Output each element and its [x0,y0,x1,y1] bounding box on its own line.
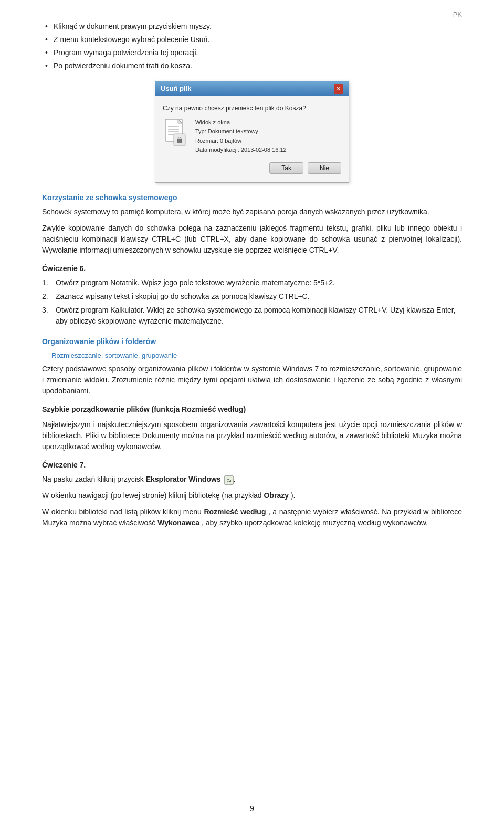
exercise6-step1: 1. Otwórz program Notatnik. Wpisz jego p… [42,277,462,288]
exercise7-step1-bold: Eksplorator Windows [146,475,221,483]
file-name: Widok z okna [195,118,287,128]
explorer-icon: 🗂 [224,475,234,485]
dialog-buttons: Tak Nie [163,162,341,177]
dialog-question: Czy na pewno chcesz przenieść ten plik d… [163,103,341,113]
bullet-item-4: Po potwierdzeniu dokument trafi do kosza… [42,60,462,71]
exercise7-label: Ćwiczenie 7. [42,460,462,471]
exercise7-step3-pre: W okienku biblioteki nad listą plików kl… [42,507,202,516]
organizing-heading: Organizowanie plików i folderów [42,336,462,347]
pk-label: PK [453,9,462,20]
dialog-file-info: 🗑 Widok z okna Typ: Dokument tekstowy Ro… [163,118,341,155]
page-number: 9 [250,803,254,814]
bold-heading-rozmies: Szybkie porządkowanie plików (funkcja Ro… [42,404,462,415]
exercise7-step3: W okienku biblioteki nad listą plików kl… [42,506,462,528]
file-modified: Data modyfikacji: 2013-02-08 16:12 [195,146,287,155]
exercise7-step2: W okienku nawigacji (po lewej stronie) k… [42,490,462,501]
dialog-container: Usuń plik ✕ Czy na pewno chcesz przenieś… [42,81,462,183]
organizing-subheading: Rozmieszczanie, sortowanie, grupowanie [42,350,462,361]
exercise6-step2: 2. Zaznacz wpisany tekst i skopiuj go do… [42,291,462,302]
file-svg-icon: 🗑 [164,119,187,149]
bullet-item-3: Program wymaga potwierdzenia tej operacj… [42,47,462,58]
file-size: Rozmiar: 0 bajtów [195,137,287,146]
organizing-paragraph1: Cztery podstawowe sposoby organizowania … [42,364,462,397]
exercise7-step1-pre: Na pasku zadań kliknij przycisk [42,475,144,483]
clipboard-paragraph1: Schowek systemowy to pamięć komputera, w… [42,206,462,217]
dialog-file-icon: 🗑 [163,118,189,150]
exercise7-step3-bold: Rozmieść według [204,507,266,516]
dialog-no-button[interactable]: Nie [308,162,341,174]
intro-bullets: Kliknąć w dokument prawym przyciskiem my… [42,21,462,71]
exercise6-step3: 3. Otwórz program Kalkulator. Wklej ze s… [42,305,462,327]
exercise6-list: 1. Otwórz program Notatnik. Wpisz jego p… [42,277,462,327]
svg-text:🗑: 🗑 [176,136,183,144]
exercise7-step2-bold: Obrazy [264,491,289,500]
dialog-yes-button[interactable]: Tak [269,162,303,174]
exercise7-step2-post: ). [291,491,296,500]
dialog-box: Usuń plik ✕ Czy na pewno chcesz przenieś… [155,81,349,183]
dialog-content: Czy na pewno chcesz przenieść ten plik d… [155,96,349,182]
organizing-paragraph2: Najłatwiejszym i najskuteczniejszym spos… [42,419,462,452]
exercise6-label: Ćwiczenie 6. [42,263,462,274]
dialog-file-details: Widok z okna Typ: Dokument tekstowy Rozm… [195,118,287,155]
dialog-title: Usuń plik [161,84,192,94]
exercise7-step1: Na pasku zadań kliknij przycisk Eksplora… [42,474,462,485]
bullet-item-2: Z menu kontekstowego wybrać polecenie Us… [42,34,462,45]
page: PK Kliknąć w dokument prawym przyciskiem… [0,0,504,830]
dialog-titlebar: Usuń plik ✕ [155,81,349,96]
clipboard-heading: Korzystanie ze schowka systemowego [42,192,462,203]
dialog-close-button[interactable]: ✕ [334,84,343,94]
clipboard-paragraph2: Zwykle kopiowanie danych do schowka pole… [42,223,462,256]
bullet-item-1: Kliknąć w dokument prawym przyciskiem my… [42,21,462,32]
file-type: Typ: Dokument tekstowy [195,127,287,137]
exercise7-step3-post2: , aby szybko uporządkować kolekcję muzyc… [202,518,428,527]
exercise7-step3-bold2: Wykonawca [158,518,200,527]
exercise7-step2-pre: W okienku nawigacji (po lewej stronie) k… [42,491,262,500]
